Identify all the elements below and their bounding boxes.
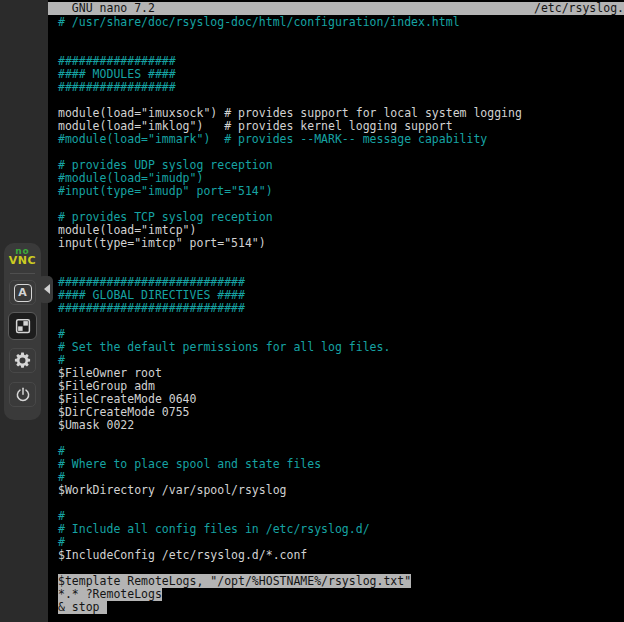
editor-line[interactable] xyxy=(58,497,624,510)
nano-titlebar: GNU nano 7.2 /etc/rsyslog. xyxy=(48,2,624,15)
editor-line[interactable]: & stop xyxy=(58,601,624,614)
keyboard-a-icon: A xyxy=(14,284,32,302)
desktop: GNU nano 7.2 /etc/rsyslog. # /usr/share/… xyxy=(0,0,624,622)
collapse-arrow-icon xyxy=(44,284,50,294)
disconnect-button[interactable] xyxy=(9,382,36,407)
editor-line[interactable]: # Include all config files in /etc/rsysl… xyxy=(58,523,624,536)
editor-line[interactable]: #input(type="imudp" port="514") xyxy=(58,185,624,198)
editor-line[interactable]: input(type="imtcp" port="514") xyxy=(58,237,624,250)
editor-line[interactable]: #module(load="immark") # provides --MARK… xyxy=(58,133,624,146)
editor-line[interactable]: # Where to place spool and state files xyxy=(58,458,624,471)
editor-line[interactable]: $WorkDirectory /var/spool/rsyslog xyxy=(58,484,624,497)
editor-line[interactable] xyxy=(58,315,624,328)
nano-version: GNU nano 7.2 xyxy=(48,2,155,15)
fullscreen-icon xyxy=(14,317,32,335)
editor-line[interactable]: ########################### xyxy=(58,302,624,315)
editor-line[interactable]: $DirCreateMode 0755 xyxy=(58,406,624,419)
editor-line[interactable] xyxy=(58,250,624,263)
nano-file-path: /etc/rsyslog. xyxy=(534,2,624,15)
novnc-logo: no VNC xyxy=(4,247,41,266)
power-icon xyxy=(14,386,32,404)
logo-separator xyxy=(10,273,35,274)
text-cursor xyxy=(100,601,107,614)
editor-line[interactable] xyxy=(58,432,624,445)
editor-line[interactable] xyxy=(58,29,624,42)
vnc-control-bar: no VNC A xyxy=(4,243,41,420)
editor-line[interactable]: *.* ?RemoteLogs xyxy=(58,588,624,601)
editor-line[interactable]: $IncludeConfig /etc/rsyslog.d/*.conf xyxy=(58,549,624,562)
editor-line[interactable]: ################# xyxy=(58,81,624,94)
settings-button[interactable] xyxy=(9,348,36,373)
editor-line[interactable]: # Set the default permissions for all lo… xyxy=(58,341,624,354)
terminal: GNU nano 7.2 /etc/rsyslog. # /usr/share/… xyxy=(48,0,624,622)
editor-line[interactable]: $Umask 0022 xyxy=(58,419,624,432)
editor-content[interactable]: # /usr/share/doc/rsyslog-doc/html/config… xyxy=(48,16,624,614)
novnc-logo-bottom: VNC xyxy=(4,255,41,266)
extra-keys-button[interactable]: A xyxy=(9,280,36,305)
editor-line[interactable]: # /usr/share/doc/rsyslog-doc/html/config… xyxy=(58,16,624,29)
fullscreen-button[interactable] xyxy=(8,312,37,340)
gear-icon xyxy=(13,351,32,370)
